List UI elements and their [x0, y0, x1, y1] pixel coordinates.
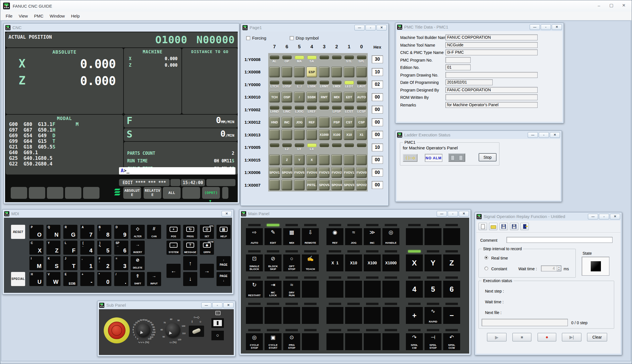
mdi-key-can[interactable]: //CAN [147, 225, 161, 239]
panel-key-blank-3-0[interactable] [246, 307, 263, 324]
menu-view[interactable]: View [16, 12, 31, 20]
panel-key-remote[interactable]: ⇩REMOTE [302, 228, 319, 245]
pmc-field-cnc-pmc-type-name[interactable]: 0i-F PMC [445, 49, 538, 55]
panel-key-restart[interactable]: ↻RESTART [246, 281, 263, 298]
app-minimize-button[interactable]: – [593, 1, 605, 9]
clear-button[interactable]: Clear [587, 333, 607, 341]
softkey-blank[interactable] [182, 187, 200, 199]
mdi-key-arrow-2191[interactable]: ↑ [183, 256, 197, 270]
open-file-button[interactable] [489, 223, 497, 230]
mdi-key-7[interactable]: A7 [80, 225, 94, 239]
mdi-key-input[interactable]: →INPUT [147, 272, 161, 286]
bit-button-bit-2[interactable] [331, 67, 342, 77]
softkey-all[interactable]: ALL [163, 187, 181, 199]
mdi-key-9[interactable]: D9 [114, 225, 128, 239]
bit-button-bit-6[interactable] [282, 129, 292, 140]
mdi-key-shift[interactable]: ⇧SHIFT [131, 272, 145, 286]
bit-button-bit-1[interactable] [344, 67, 354, 77]
min-window-button[interactable]: — [588, 214, 598, 219]
panel-key-blank-4-3[interactable] [302, 333, 319, 350]
mdi-key-arrow-2193[interactable]: ↓ [183, 272, 197, 286]
panel-key-blank-2-6[interactable] [364, 281, 381, 298]
bit-button-fvov0[interactable]: FVOV0 [356, 167, 367, 178]
exit-button[interactable] [520, 223, 529, 230]
panel-key-z[interactable]: Z [443, 254, 460, 271]
close-window-button[interactable]: ✕ [459, 211, 469, 217]
bit-button-bit-6[interactable] [282, 180, 292, 190]
panel-key-rapid[interactable]: ∿RAPID [425, 307, 441, 324]
pmc-field-date-of-programming[interactable]: 2016/02/01 [445, 79, 493, 85]
bit-button-bit-7[interactable] [269, 180, 280, 190]
bit-button-spov2[interactable]: SPOV2 [356, 180, 367, 190]
panel-key-spdl-stop[interactable]: ⊣SPDL STOP [425, 333, 441, 350]
panel-key-mc-lock[interactable]: ⇥MC LOCK [265, 281, 282, 298]
panel-key-blank[interactable]: + [406, 307, 423, 324]
bit-button-bit-3[interactable] [319, 154, 330, 165]
window-titlebar[interactable]: Main Panel—▫✕ [239, 210, 471, 218]
save-button[interactable] [499, 223, 508, 230]
mdi-key-arrow-2192[interactable]: → [200, 264, 214, 278]
mdi-input-line[interactable]: A>_ [119, 167, 235, 175]
reset-key[interactable]: RESET [11, 225, 25, 239]
mdi-key-0[interactable]: *0 [97, 272, 111, 286]
panel-key-blank[interactable]: − [443, 307, 460, 324]
close-window-button[interactable]: ✕ [610, 214, 620, 219]
min-window-button[interactable]: — [437, 211, 447, 217]
bit-button-spov3[interactable]: SPOV3 [344, 180, 354, 190]
panel-key-x-1[interactable]: X 1 [326, 254, 343, 271]
panel-key-cycle-stop[interactable]: ◎CYCLE STOP [246, 333, 263, 350]
panel-key-prg-stop[interactable]: ⊙PRG STOP [283, 333, 300, 350]
emergency-stop-button[interactable] [108, 322, 125, 339]
panel-key-5[interactable]: 5 [425, 281, 441, 298]
mdi-key-6[interactable]: SP→6 [114, 241, 128, 255]
panel-key-edit[interactable]: ✎EDIT [265, 228, 282, 245]
bit-button-bit-1[interactable] [344, 154, 354, 165]
bit-button-esp[interactable]: ESP [306, 67, 317, 77]
bit-button-bit-5[interactable] [294, 67, 305, 77]
panel-key-spdl-ccw[interactable]: ↶SPDL CCW [443, 333, 460, 350]
bit-button-blank[interactable]: / [294, 92, 305, 103]
softkey-blank-0[interactable] [11, 187, 27, 199]
power-on-button[interactable] [211, 318, 224, 328]
panel-key-x100[interactable]: X100 [364, 254, 381, 271]
panel-key-blank-2-3[interactable] [302, 281, 319, 298]
menu-pmc[interactable]: PMC [31, 12, 46, 20]
mdi-key-blank[interactable]: +- [80, 272, 94, 286]
softkey-oprt[interactable]: (OPRT) [202, 187, 220, 199]
softkey-blank-2[interactable] [47, 187, 63, 199]
bit-button-fvov2[interactable]: FVOV2 [331, 167, 342, 178]
window-titlebar[interactable]: Page1—▫✕ [241, 23, 388, 32]
mdi-key-alter[interactable]: ◇ALTER [131, 225, 145, 239]
pmc-field-edition-no[interactable]: 01 [445, 64, 471, 70]
step-forward-button[interactable]: ▶| [562, 333, 581, 341]
panel-key-cycle-start[interactable]: ▣CYCLE START [265, 333, 282, 350]
bit-button-csp[interactable]: CSP [356, 117, 367, 128]
max-window-button[interactable]: ▫ [365, 25, 376, 30]
bit-button-bit-0[interactable] [356, 67, 367, 77]
bit-button-bit-2[interactable] [331, 154, 342, 165]
panel-key-y[interactable]: Y [425, 254, 441, 271]
bit-button-x[interactable]: X [306, 154, 317, 165]
mdi-key-eob[interactable]: EEOB [63, 272, 77, 286]
comment-field[interactable] [507, 237, 612, 243]
panel-key-auto[interactable]: ⇨AUTO [246, 228, 263, 245]
panel-key-blank-0-10[interactable] [443, 228, 460, 245]
bit-button-x10[interactable]: X10 [344, 129, 354, 140]
bit-button-z[interactable]: Z [282, 154, 292, 165]
mdi-key-o[interactable]: PO [29, 225, 44, 239]
panel-key-single-block[interactable]: ⊡SINGLE BLOCK [246, 254, 263, 271]
panel-key-blank-2-5[interactable] [345, 281, 362, 298]
max-window-button[interactable]: ▫ [212, 302, 222, 308]
softkey-blank-3[interactable] [65, 187, 81, 199]
panel-key-blank-3-1[interactable] [265, 307, 282, 324]
record-button[interactable]: ● [538, 333, 556, 341]
mdi-key-5[interactable]: ]∿5 [97, 241, 111, 255]
forcing-checkbox[interactable] [246, 36, 250, 40]
max-window-button[interactable]: ▫ [448, 211, 458, 217]
bit-button-fvov4[interactable]: FVOV4 [306, 167, 317, 178]
save-as-button[interactable] [510, 223, 518, 230]
panel-key-blank-3-2[interactable] [283, 307, 300, 324]
pmc-field-machine-tool-builder-name[interactable]: FANUC CORPORATION [445, 34, 538, 40]
mdi-key-n[interactable]: QN [46, 225, 60, 239]
panel-key-blank-3-7[interactable] [382, 307, 399, 324]
